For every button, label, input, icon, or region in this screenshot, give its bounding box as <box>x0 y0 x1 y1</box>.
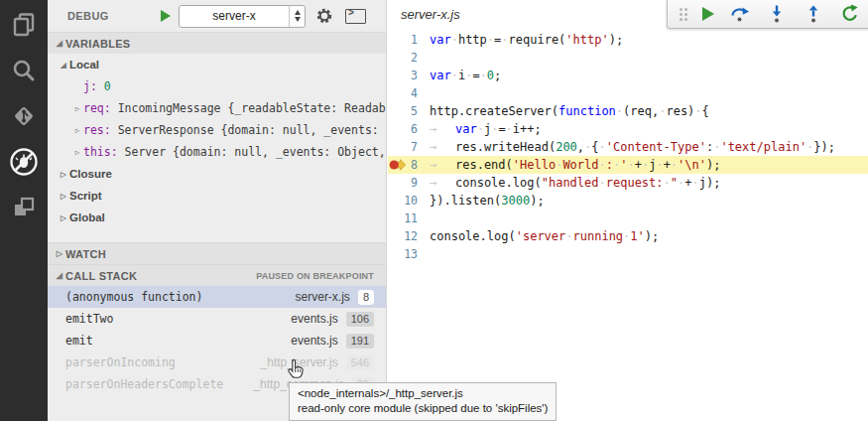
code-line-11[interactable]: 11 <box>388 210 868 227</box>
chevron-collapsed-icon: ▷ <box>54 249 65 258</box>
configure-gear-button[interactable] <box>315 7 333 25</box>
vscode-debug-window: DEBUG server-x > ◢ VARIABLES <box>0 0 868 421</box>
chevron-expanded-icon: ◢ <box>58 61 69 70</box>
code-area[interactable]: 1var·http·=·require('http');23var·i·=·0;… <box>388 31 868 263</box>
tab-whitespace: → <box>430 122 455 136</box>
scope-global[interactable]: ▷Global <box>48 207 386 228</box>
line-number[interactable]: 12 <box>388 229 427 243</box>
line-number[interactable]: 3 <box>388 69 427 82</box>
grip-dots-icon <box>680 8 682 11</box>
frame-line-badge: 191 <box>346 334 374 349</box>
section-gap <box>48 228 386 242</box>
line-number[interactable]: 13 <box>388 247 427 261</box>
editor-pane: server-x.js 1var·http·=·require('http');… <box>388 0 868 421</box>
variable-this[interactable]: ▷this: Server {domain: null, _events: Ob… <box>48 141 386 163</box>
chevron-expanded-icon: ◢ <box>54 39 65 48</box>
step-out-button[interactable] <box>803 3 824 25</box>
step-over-button[interactable] <box>729 3 751 25</box>
code-line-1[interactable]: 1var·http·=·require('http'); <box>388 31 868 49</box>
frame-function: parserOnHeadersComplete <box>65 377 223 391</box>
step-over-icon <box>729 3 751 25</box>
line-number[interactable]: 11 <box>388 211 427 225</box>
code-line-13[interactable]: 13 <box>388 245 868 263</box>
code-line-8[interactable]: 8→res.end('Hello·World·:·'·+·j·+·'\n'); <box>388 156 868 174</box>
line-number[interactable]: 5 <box>388 104 427 118</box>
panel-title: DEBUG <box>67 10 109 22</box>
line-number[interactable]: 7 <box>388 140 427 154</box>
section-variables[interactable]: ◢ VARIABLES <box>48 32 386 54</box>
restart-button[interactable] <box>839 3 861 25</box>
debug-sidebar: DEBUG server-x > ◢ VARIABLES <box>48 0 387 421</box>
launch-config-select[interactable]: server-x <box>179 5 306 28</box>
skipfiles-tooltip: <node_internals>/_http_server.js read-on… <box>289 382 557 421</box>
code-line-3[interactable]: 3var·i·=·0; <box>388 67 868 84</box>
launch-config-value: server-x <box>180 9 289 23</box>
search-icon[interactable] <box>7 54 41 87</box>
scope-script[interactable]: ▷Script <box>48 185 386 207</box>
chevron-collapsed-icon: ▷ <box>71 148 83 157</box>
frame-file: _http_server.js <box>261 355 338 369</box>
variable-j[interactable]: j: 0 <box>48 75 386 97</box>
stack-frame[interactable]: emitTwoevents.js106 <box>48 308 386 330</box>
call-stack-list: (anonymous function)server-x.js8emitTwoe… <box>48 286 386 395</box>
line-number[interactable]: 6 <box>388 122 427 136</box>
debug-icon[interactable] <box>7 145 41 179</box>
stack-frame[interactable]: parserOnIncoming_http_server.js546 <box>48 351 386 373</box>
step-into-button[interactable] <box>766 3 788 25</box>
code-line-2[interactable]: 2 <box>388 49 868 67</box>
stack-frame[interactable]: emitevents.js191 <box>48 330 386 351</box>
debug-panel-header: DEBUG server-x > <box>48 0 386 32</box>
variable-req[interactable]: ▷req: IncomingMessage {_readableState: R… <box>48 97 386 119</box>
console-chevron-icon: > <box>348 7 354 18</box>
call-stack-label: CALL STACK <box>65 270 137 282</box>
code-line-4[interactable]: 4 <box>388 84 868 102</box>
extensions-icon[interactable] <box>7 191 41 224</box>
tab-whitespace: → <box>430 140 455 154</box>
chevron-collapsed-icon: ▷ <box>71 104 83 113</box>
editor-tab-title[interactable]: server-x.js <box>401 7 460 22</box>
line-number[interactable]: 10 <box>388 194 427 208</box>
chevron-collapsed-icon: ▷ <box>58 170 69 179</box>
watch-label: WATCH <box>65 248 106 260</box>
restart-icon <box>839 3 861 25</box>
frame-line-badge: 546 <box>346 355 374 370</box>
code-line-9[interactable]: 9→console.log("handled·request:·"·+·j); <box>388 174 868 192</box>
code-line-12[interactable]: 12console.log('server·running·1'); <box>388 227 868 245</box>
frame-function: emitTwo <box>65 312 113 326</box>
code-line-6[interactable]: 6→var·j·=·i++; <box>388 120 868 138</box>
frame-file: events.js <box>291 334 337 348</box>
gear-icon <box>315 7 333 25</box>
code-line-7[interactable]: 7→res.writeHead(200,·{·'Content-Type':·'… <box>388 138 868 156</box>
code-line-5[interactable]: 5http.createServer(function·(req,·res)·{ <box>388 102 868 120</box>
line-number[interactable]: 1 <box>388 33 427 47</box>
files-icon <box>10 11 38 39</box>
scope-local[interactable]: ◢Local <box>48 54 386 75</box>
start-debug-button[interactable] <box>161 10 171 22</box>
debug-toolbar <box>667 0 868 29</box>
frame-function: emit <box>65 334 93 348</box>
source-control-icon[interactable] <box>7 99 41 133</box>
debug-console-button[interactable]: > <box>345 9 366 24</box>
breakpoint-current-line-icon[interactable] <box>389 159 407 171</box>
variable-res[interactable]: ▷res: ServerResponse {domain: null, _eve… <box>48 119 386 141</box>
line-number[interactable]: 4 <box>388 86 427 100</box>
stack-frame[interactable]: (anonymous function)server-x.js8 <box>48 286 386 308</box>
step-into-icon <box>766 3 788 25</box>
continue-button[interactable] <box>702 7 714 21</box>
line-number[interactable]: 2 <box>388 51 427 65</box>
frame-line-badge: 106 <box>346 312 374 327</box>
section-call-stack[interactable]: ◢ CALL STACK PAUSED ON BREAKPOINT <box>48 264 386 286</box>
frame-file: events.js <box>291 312 337 326</box>
tab-whitespace: → <box>430 158 455 172</box>
section-watch[interactable]: ▷ WATCH <box>48 242 386 264</box>
scope-closure[interactable]: ▷Closure <box>48 163 386 185</box>
line-number[interactable]: 9 <box>388 176 427 190</box>
code-line-10[interactable]: 10}).listen(3000); <box>388 192 868 210</box>
explorer-icon[interactable] <box>7 8 41 42</box>
toolbar-drag-handle[interactable] <box>678 8 687 21</box>
paused-status-badge: PAUSED ON BREAKPOINT <box>256 271 374 281</box>
variables-tree: ◢Localj: 0▷req: IncomingMessage {_readab… <box>48 54 386 228</box>
tooltip-reason: read-only core module (skipped due to 's… <box>298 401 548 416</box>
play-icon <box>702 7 714 21</box>
chevron-expanded-icon: ◢ <box>54 271 65 280</box>
